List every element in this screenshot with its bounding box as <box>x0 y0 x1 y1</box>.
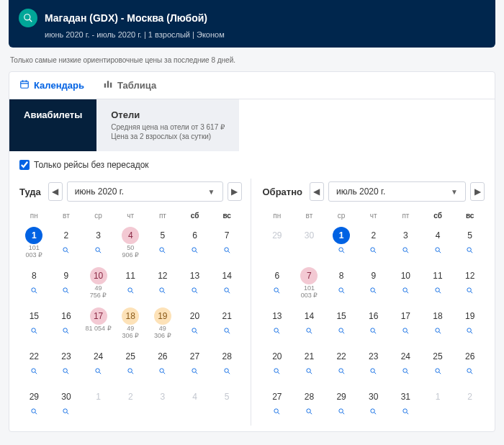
calendar-day[interactable]: 7101003 ₽ <box>293 264 325 305</box>
calendar-day[interactable]: 20 <box>261 345 294 385</box>
calendar-day[interactable]: 1049756 ₽ <box>82 264 114 305</box>
calendar-day[interactable]: 11 <box>114 264 147 305</box>
svg-point-41 <box>63 369 68 372</box>
calendar-day[interactable]: 8 <box>18 264 50 305</box>
calendar-day[interactable]: 13 <box>179 264 211 305</box>
calendar-day[interactable]: 8 <box>325 264 358 305</box>
calendar-day[interactable]: 14 <box>293 305 325 345</box>
calendar-day[interactable]: 23 <box>50 345 83 385</box>
calendar-day[interactable]: 9 <box>50 264 83 305</box>
day-number: 9 <box>58 267 75 284</box>
calendar-day[interactable]: 28 <box>293 385 325 426</box>
calendar-day[interactable]: 16 <box>357 305 390 345</box>
calendar-day[interactable]: 25 <box>422 345 454 385</box>
svg-line-104 <box>438 372 441 374</box>
day-number: 2 <box>122 388 139 405</box>
calendar-day[interactable]: 31 <box>390 385 422 426</box>
day-price: 49306 ₽ <box>122 325 139 340</box>
calendar-day[interactable]: 15 <box>18 305 50 345</box>
calendar-day[interactable]: 12 <box>454 264 486 305</box>
prev-month-button[interactable]: ◀ <box>48 182 63 201</box>
day-number: 21 <box>300 348 318 365</box>
day-number: 23 <box>58 348 75 365</box>
weekday: ср <box>325 212 358 220</box>
calendar-day[interactable]: 27 <box>261 385 294 426</box>
next-month-button[interactable]: ▶ <box>228 182 242 201</box>
calendar-day[interactable]: 19 <box>454 305 486 345</box>
calendar-day[interactable]: 5 <box>454 224 486 264</box>
calendar-day[interactable]: 17 <box>390 305 422 345</box>
calendar-day[interactable]: 1949306 ₽ <box>147 305 179 345</box>
calendar-day[interactable]: 30 <box>357 385 390 426</box>
calendar-day[interactable]: 22 <box>325 345 358 385</box>
search-icon <box>466 287 474 296</box>
month-select[interactable]: июнь 2020 г.▼ <box>67 181 223 202</box>
calendar-day[interactable]: 11 <box>422 264 454 305</box>
day-number: 15 <box>25 307 42 325</box>
calendar-day[interactable]: 5 <box>147 224 179 264</box>
calendar-day[interactable]: 21 <box>211 305 243 345</box>
svg-point-0 <box>24 14 30 20</box>
calendar-day[interactable]: 28 <box>211 345 243 385</box>
tab-flights[interactable]: Авиабилеты <box>9 99 96 151</box>
tab-hotels-line2: Цена за 2 взрослых (за сутки) <box>111 132 225 141</box>
calendar-day[interactable]: 23 <box>357 345 390 385</box>
calendar-day[interactable]: 2 <box>50 224 83 264</box>
calendar-day[interactable]: 1849306 ₽ <box>114 305 147 345</box>
day-number: 24 <box>397 348 414 365</box>
svg-line-18 <box>228 251 230 253</box>
calendar-day[interactable]: 30 <box>50 385 83 426</box>
calendar-day[interactable]: 29 <box>325 385 358 426</box>
calendar-day[interactable]: 26 <box>147 345 179 385</box>
day-number: 11 <box>122 267 139 284</box>
calendar-day[interactable]: 2 <box>357 224 390 264</box>
search-icon <box>62 367 70 377</box>
calendar-day[interactable]: 9 <box>357 264 390 305</box>
search-summary[interactable]: Магадан (GDX) - Москва (Любой) июнь 2020… <box>9 0 495 48</box>
search-icon <box>338 367 346 377</box>
calendar-day[interactable]: 6 <box>179 224 211 264</box>
calendar-day[interactable]: 24 <box>390 345 422 385</box>
search-icon <box>223 327 231 336</box>
direct-only-checkbox[interactable] <box>19 160 30 170</box>
calendar-day[interactable]: 26 <box>454 345 486 385</box>
calendar-day[interactable]: 7 <box>211 224 243 264</box>
prev-month-button[interactable]: ◀ <box>310 182 324 201</box>
svg-line-68 <box>278 292 280 294</box>
calendar-day[interactable]: 3 <box>82 224 114 264</box>
tab-calendar[interactable]: Календарь <box>19 79 84 91</box>
svg-line-20 <box>35 292 37 294</box>
calendar-day[interactable]: 6 <box>261 264 294 305</box>
calendar-day: 5 <box>211 385 243 426</box>
month-select[interactable]: июль 2020 г.▼ <box>328 181 466 202</box>
search-icon <box>30 287 38 296</box>
calendar-day[interactable]: 450906 ₽ <box>114 224 147 264</box>
calendar-day[interactable]: 14 <box>211 264 243 305</box>
calendar-day[interactable]: 13 <box>261 305 294 345</box>
calendar-day[interactable]: 25 <box>114 345 147 385</box>
calendar-day[interactable]: 18 <box>422 305 454 345</box>
calendar-day[interactable]: 1101003 ₽ <box>18 224 50 264</box>
calendar-day[interactable]: 3 <box>390 224 422 264</box>
day-number: 2 <box>58 227 75 244</box>
calendar-day[interactable]: 29 <box>18 385 50 426</box>
calendar-day[interactable]: 20 <box>179 305 211 345</box>
next-month-button[interactable]: ▶ <box>470 182 485 201</box>
calendar-day[interactable]: 10 <box>390 264 422 305</box>
calendar-day[interactable]: 21 <box>293 345 325 385</box>
tab-table[interactable]: Таблица <box>103 79 156 91</box>
calendar-day[interactable]: 1781 054 ₽ <box>82 305 114 345</box>
weekday: чт <box>114 212 147 220</box>
calendar-day[interactable]: 22 <box>18 345 50 385</box>
calendar-day[interactable]: 12 <box>147 264 179 305</box>
calendar-day[interactable]: 24 <box>82 345 114 385</box>
calendar-day[interactable]: 1 <box>325 224 358 264</box>
calendar-day[interactable]: 16 <box>50 305 83 345</box>
search-icon <box>273 408 281 417</box>
calendar-day[interactable]: 15 <box>325 305 358 345</box>
calendar-day[interactable]: 27 <box>179 345 211 385</box>
barchart-icon <box>103 79 113 91</box>
calendar-day[interactable]: 4 <box>422 224 454 264</box>
svg-line-14 <box>163 251 166 253</box>
tab-hotels[interactable]: Отели Средняя цена на отели от 3 617 ₽ Ц… <box>96 99 239 151</box>
